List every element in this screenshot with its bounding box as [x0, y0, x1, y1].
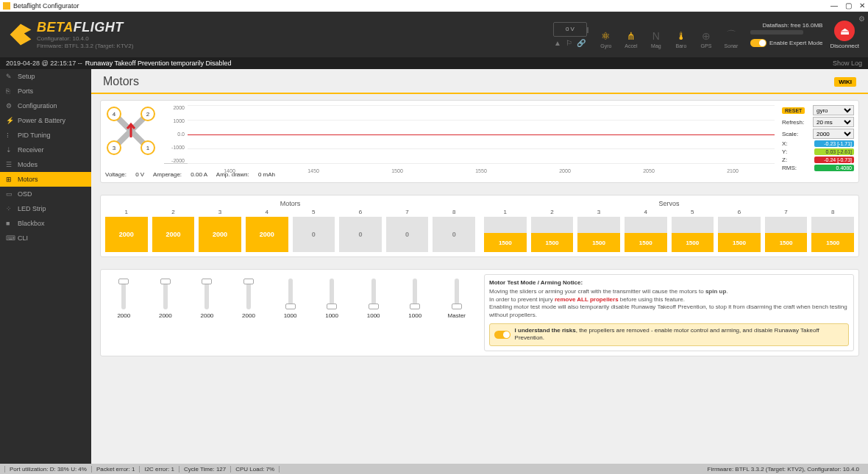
slider-thumb[interactable]	[452, 304, 462, 309]
axis-x-value: -0.23 [-1.71]	[814, 140, 854, 147]
expert-mode-toggle[interactable]: Enable Expert Mode	[750, 39, 823, 47]
sonar-icon: ⌒	[726, 29, 736, 42]
servo-value: 1500	[765, 233, 808, 252]
nav-blackbox[interactable]: ■Blackbox	[0, 216, 91, 231]
motor-slider-8: 1000	[396, 279, 434, 319]
sensor-accel: ⋔Accel	[619, 19, 643, 50]
slider-track[interactable]	[288, 279, 293, 309]
nav-icon: ⎘	[6, 87, 13, 95]
servo-block-7: 71500	[765, 209, 808, 252]
slider-track[interactable]	[413, 279, 417, 309]
graph-type-select[interactable]: gyro	[813, 105, 854, 115]
motor-diagram: 4 2 3 1 Voltage: 0 V Amperage: 0.00 A Am…	[105, 105, 157, 178]
nav-icon: ⚙	[6, 102, 13, 109]
nav-icon: ⚡	[6, 117, 13, 124]
minimize-button[interactable]: —	[830, 1, 838, 10]
show-log-button[interactable]: Show Log	[833, 60, 862, 67]
servo-value: 1500	[625, 233, 667, 252]
risk-confirm-toggle[interactable]: I understand the risks, the propellers a…	[489, 323, 849, 346]
settings-icon[interactable]: ⚙	[858, 15, 865, 23]
nav-receiver[interactable]: ⇣Receiver	[0, 143, 91, 157]
slider-thumb[interactable]	[410, 304, 420, 309]
svg-text:2: 2	[146, 111, 150, 118]
nav-icon: ☰	[6, 161, 13, 168]
scale-select[interactable]: 2000	[813, 129, 854, 139]
nav-ports[interactable]: ⎘Ports	[0, 84, 91, 98]
nav-osd[interactable]: ▭OSD	[0, 187, 91, 201]
slider-thumb[interactable]	[327, 304, 337, 309]
slider-track[interactable]	[121, 279, 126, 309]
motor-value: 0	[433, 217, 475, 252]
nav-icon: ⇣	[6, 146, 13, 154]
nav-pid-tuning[interactable]: ⫶PID Tuning	[0, 128, 91, 143]
toggle-switch[interactable]	[494, 331, 511, 339]
window-titlebar: Betaflight Configurator — ▢ ✕	[0, 0, 868, 12]
nav-motors[interactable]: ⊞Motors	[0, 172, 91, 187]
slider-track[interactable]	[204, 279, 209, 309]
servos-title: Servos	[484, 200, 854, 207]
nav-icon: ⌨	[6, 234, 13, 242]
motor-slider-3: 2000	[188, 279, 226, 319]
port-utilization: Port utilization: D: 38% U: 4%	[4, 466, 92, 473]
disconnect-button[interactable]: ⏏ Disconnect	[830, 21, 859, 49]
maximize-button[interactable]: ▢	[845, 1, 852, 10]
nav-cli[interactable]: ⌨CLI	[0, 231, 91, 245]
app-header: ⚙ BETAFLIGHT Configurator: 10.4.0 Firmwa…	[0, 12, 868, 57]
mag-icon: N	[652, 30, 660, 42]
refresh-select[interactable]: 20 ms	[813, 117, 854, 127]
nav-modes[interactable]: ☰Modes	[0, 157, 91, 172]
nav-configuration[interactable]: ⚙Configuration	[0, 98, 91, 113]
page-title: Motors	[103, 75, 139, 88]
motor-slider-7: 1000	[355, 279, 392, 319]
slider-thumb[interactable]	[202, 279, 212, 284]
toggle-switch[interactable]	[750, 39, 766, 47]
svg-text:4: 4	[113, 111, 116, 118]
main-panel: Motors WIKI 4 2 3 1 Voltage: 0 V Amperag…	[91, 69, 868, 464]
servo-block-6: 61500	[718, 209, 761, 252]
sliders-section: 20002000200020001000100010001000Master M…	[100, 269, 859, 356]
motor-value: 2000	[199, 217, 241, 252]
nav-icon: ⁘	[6, 205, 13, 212]
motor-slider-5: 1000	[271, 279, 309, 319]
window-title: Betaflight Configurator	[13, 2, 79, 10]
gps-icon: ⊕	[702, 30, 711, 42]
nav-power-battery[interactable]: ⚡Power & Battery	[0, 113, 91, 128]
servo-block-4: 41500	[625, 209, 667, 252]
sensor-gps: ⊕GPS	[694, 19, 718, 50]
slider-thumb[interactable]	[369, 304, 379, 309]
slider-thumb[interactable]	[285, 304, 296, 309]
reset-button[interactable]: RESET	[782, 107, 805, 114]
warning-icon: ▲	[553, 39, 562, 48]
svg-text:3: 3	[113, 145, 116, 151]
slider-track[interactable]	[246, 279, 251, 309]
cycle-time: Cycle Time: 127	[179, 466, 231, 473]
nav-setup[interactable]: ✎Setup	[0, 69, 91, 84]
axis-rms-value: 0.4080	[814, 165, 854, 171]
wiki-button[interactable]: WIKI	[834, 77, 856, 87]
slider-track[interactable]	[330, 279, 334, 309]
slider-track[interactable]	[455, 279, 459, 309]
motor-value: 0	[293, 217, 335, 252]
link-icon: 🔗	[577, 39, 586, 48]
status-footer: Port utilization: D: 38% U: 4% Packet er…	[0, 464, 868, 474]
app-icon	[3, 2, 10, 10]
dataflash-label: Dataflash: free 16.0MB	[750, 22, 823, 35]
nav-led-strip[interactable]: ⁘LED Strip	[0, 201, 91, 216]
slider-track[interactable]	[371, 279, 376, 309]
servo-value: 1500	[672, 233, 714, 252]
slider-track[interactable]	[163, 279, 168, 309]
motor-block-2: 22000	[152, 209, 195, 252]
slider-thumb[interactable]	[160, 279, 171, 284]
sensor-baro: 🌡Baro	[669, 19, 693, 50]
svg-text:1: 1	[146, 145, 150, 151]
gyro-icon: ⚛	[601, 30, 611, 42]
motor-block-8: 80	[433, 209, 475, 252]
close-button[interactable]: ✕	[859, 1, 865, 10]
slider-thumb[interactable]	[118, 279, 129, 284]
servo-block-2: 21500	[531, 209, 574, 252]
graph-trace	[188, 134, 775, 135]
slider-thumb[interactable]	[243, 279, 254, 284]
servo-value: 1500	[531, 233, 574, 252]
servo-block-1: 11500	[484, 209, 527, 252]
motor-slider-4: 2000	[230, 279, 268, 319]
